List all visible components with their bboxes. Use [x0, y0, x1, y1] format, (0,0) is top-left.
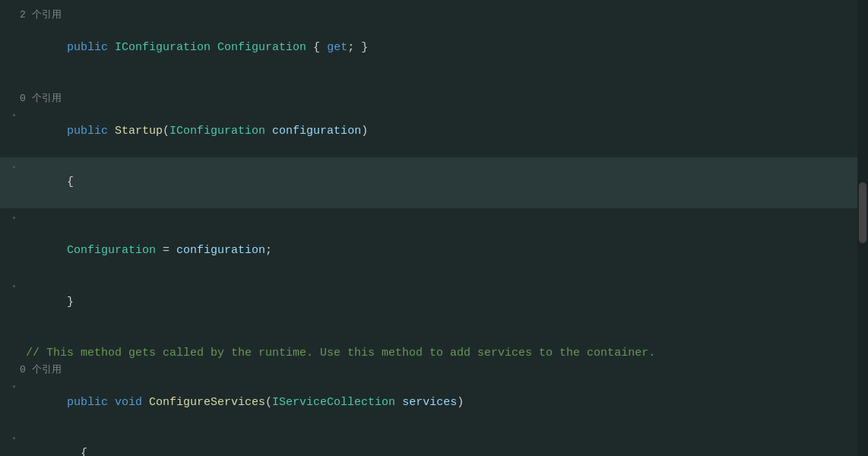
type-configuration: Configuration	[67, 244, 156, 257]
ref-count-line: 2 个引用	[0, 8, 868, 23]
gutter-dot	[13, 217, 15, 219]
line-content: Configuration = configuration;	[20, 208, 272, 277]
plain	[395, 396, 402, 409]
ref-count-line-3: 0 个引用	[0, 363, 868, 378]
keyword-public: public	[67, 396, 115, 409]
param-services: services	[402, 396, 457, 409]
property-configuration: Configuration	[217, 41, 306, 54]
keyword-void: void	[115, 396, 149, 409]
plain: )	[361, 125, 368, 138]
gutter-dot	[13, 114, 15, 116]
plain: (	[163, 125, 169, 138]
ref-count-2: 0 个引用	[20, 91, 62, 106]
code-line-2: public Startup(IConfiguration configurat…	[0, 106, 868, 157]
line-content	[20, 74, 33, 91]
type-iservicecollection: IServiceCollection	[272, 396, 395, 409]
empty-line-2	[0, 328, 868, 346]
code-editor: 2 个引用 public IConfiguration Configuratio…	[0, 0, 868, 456]
code-line-7: {	[0, 429, 868, 457]
line-content: }	[20, 277, 74, 328]
keyword-public: public	[67, 41, 115, 54]
scrollbar-thumb[interactable]	[859, 182, 866, 243]
line-content: {	[20, 157, 74, 209]
gutter	[8, 385, 20, 388]
line-content	[20, 328, 33, 346]
empty-line-1	[0, 74, 868, 91]
gutter	[8, 166, 20, 168]
scrollbar[interactable]	[857, 0, 868, 456]
param-configuration: configuration	[272, 125, 361, 138]
keyword-public: public	[67, 125, 115, 138]
ref-count-1: 2 个引用	[20, 8, 62, 23]
gutter	[8, 114, 20, 116]
method-configureservices: ConfigureServices	[149, 396, 265, 409]
plain: {	[306, 41, 327, 54]
ref-count-line-2: 0 个引用	[0, 91, 868, 106]
comment-text: // This method gets called by the runtim…	[20, 345, 655, 363]
code-line-5: }	[0, 277, 868, 328]
comment-line: // This method gets called by the runtim…	[0, 345, 868, 363]
brace-open: {	[67, 176, 74, 188]
code-line-1: public IConfiguration Configuration { ge…	[0, 23, 868, 74]
gutter	[8, 285, 20, 287]
boxed-region: { services.AddDbContext<AppDbContext>(Op…	[0, 429, 868, 457]
plain: =	[156, 244, 176, 257]
plain: ;	[265, 244, 272, 257]
method-startup: Startup	[115, 125, 163, 138]
plain: )	[457, 396, 464, 409]
gutter-dot	[13, 285, 15, 287]
code-line-3: {	[0, 157, 868, 209]
param-configuration: configuration	[176, 244, 265, 257]
type-iconfiguration: IConfiguration	[115, 41, 211, 54]
gutter	[8, 217, 20, 219]
code-line-6: public void ConfigureServices(IServiceCo…	[0, 377, 868, 429]
plain: (	[265, 396, 272, 409]
type-iconfiguration: IConfiguration	[169, 125, 265, 138]
plain: ; }	[347, 41, 368, 54]
line-content: public Startup(IConfiguration configurat…	[20, 106, 368, 157]
gutter-dot	[13, 166, 15, 168]
gutter-dot	[13, 437, 15, 439]
gutter	[8, 437, 20, 439]
brace-open: {	[81, 447, 87, 456]
code-line-4: Configuration = configuration;	[0, 208, 868, 277]
line-content: public void ConfigureServices(IServiceCo…	[20, 377, 464, 429]
line-content: {	[20, 429, 87, 457]
ref-count-3: 0 个引用	[20, 363, 62, 378]
keyword-get: get	[327, 41, 347, 54]
plain	[265, 125, 272, 138]
gutter-dot	[13, 385, 15, 388]
brace-close: }	[67, 296, 74, 309]
line-content: public IConfiguration Configuration { ge…	[20, 23, 368, 74]
plain	[211, 41, 217, 54]
